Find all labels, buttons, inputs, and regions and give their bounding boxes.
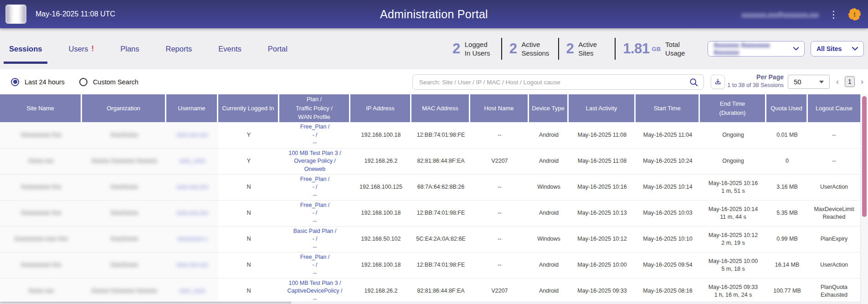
radio-last-24-hours[interactable]: Last 24 hours <box>11 78 65 86</box>
radio-custom-search[interactable]: Custom Search <box>79 78 139 86</box>
table-body: Xxxxxxxxxx XxxXxxxXxxxxxxxx.xxx.xxxYFree… <box>0 122 860 304</box>
cell-last-activity: May-16-2025 09:33 <box>569 278 636 304</box>
alert-badge-icon[interactable]: ! <box>848 8 861 21</box>
cell-last-activity: May-16-2025 10:13 <box>569 201 636 226</box>
column-header-line: Site Name <box>26 104 54 113</box>
cell-username[interactable]: xxxx_xxxx <box>166 278 218 304</box>
user-email-link[interactable]: xxxxxxxx.xxx@xxxxxxxx.xxx <box>741 11 819 18</box>
chevron-down-icon <box>793 47 799 51</box>
search-input[interactable] <box>413 79 689 86</box>
cell-currently-logged-in: N <box>218 201 279 226</box>
radio-label: Custom Search <box>93 78 139 86</box>
cell-quota-used: 0.01 MB <box>766 122 808 148</box>
tab-sessions[interactable]: Sessions <box>9 28 42 69</box>
redacted-text: Xxxxx xxx <box>28 287 54 295</box>
cell-logout-cause: UserAction <box>808 175 860 200</box>
stat-logged-in-users: 2Logged In Users <box>452 38 501 60</box>
column-header-mac: MAC Address <box>411 94 470 122</box>
search-icon[interactable] <box>689 78 698 87</box>
redacted-text: xxxx.xxx.xxx <box>176 131 208 139</box>
vertical-scrollbar[interactable] <box>860 94 868 304</box>
cell-plan-links[interactable]: Free_Plan /- /-- <box>279 252 350 278</box>
cell-start-time: May-16-2025 10:10 <box>636 227 700 252</box>
cell-mac-address: 5C:E4:2A:0A:82:6E <box>411 227 470 252</box>
site-selector-value: All Sites <box>817 45 842 52</box>
cell-line: 100 MB Test Plan 3 / <box>288 279 341 288</box>
site-selector[interactable]: All Sites <box>811 41 864 57</box>
previous-page-button[interactable]: ‹ <box>832 76 842 87</box>
cell-site-name: Xxxxxxxxxx Xxx <box>0 175 82 200</box>
download-button[interactable] <box>711 75 725 89</box>
stat-label: Total Usage <box>665 40 694 58</box>
tab-events[interactable]: Events <box>218 28 241 69</box>
cell-plan-links[interactable]: 100 MB Test Plan 3 /CaptiveDevicePolicy … <box>279 278 350 304</box>
page-title: Administration Portal <box>0 8 868 21</box>
column-header-line: Device Type <box>532 104 564 113</box>
tab-plans[interactable]: Plans <box>120 28 139 69</box>
cell-plan-links[interactable]: Basic Paid Plan /- /-- <box>279 227 350 252</box>
cell-line: Free_Plan / <box>300 201 330 210</box>
column-header-line: Start Time <box>653 104 680 113</box>
cell-line: May-16-2025 10:16 <box>709 180 758 188</box>
redacted-text: XxxxXxxxx <box>110 235 138 243</box>
column-header-quota: Quota Used <box>766 94 808 122</box>
cell-line: Ongoing <box>722 157 744 165</box>
redacted-text: Xxxxxxxxxx xxxx Xxx <box>14 235 67 243</box>
horizontal-scrollbar[interactable] <box>0 301 860 304</box>
column-header-line: Currently Logged In <box>222 104 274 113</box>
column-header-line: Organization <box>107 104 140 113</box>
cell-username[interactable]: xxxx_xxxx <box>166 149 218 174</box>
column-header-organization: Organization <box>82 94 166 122</box>
column-header-line: MAC Address <box>422 104 458 113</box>
cell-mac-address: 82:81:86:44:8F:EA <box>411 149 470 174</box>
cell-currently-logged-in: N <box>218 252 279 278</box>
cell-organization: XxxxXxxxx <box>82 252 166 278</box>
cell-plan-links[interactable]: Free_Plan /- /-- <box>279 122 350 148</box>
organization-selector[interactable]: Xxxxxxx Xxxxxxxx Xxxxxxx <box>708 41 805 57</box>
cell-mac-address: 68:7A:64:62:8B:26 <box>411 175 470 200</box>
stat-unit: GB <box>652 46 661 52</box>
cell-plan-links[interactable]: 100 MB Test Plan 3 /Overage Policy /Onew… <box>279 149 350 174</box>
cell-device-type: Android <box>529 122 569 148</box>
tab-label: Events <box>218 45 241 53</box>
cell-username[interactable]: xxxx.xxx.xxx <box>166 122 218 148</box>
column-header-line: WAN Profile <box>298 113 330 122</box>
cell-plan-links[interactable]: Free_Plan /- /-- <box>279 201 350 226</box>
per-page-select[interactable]: 50 <box>788 75 830 89</box>
cell-end-time: May-16-2025 10:122 m, 19 s <box>700 227 766 252</box>
tab-reports[interactable]: Reports <box>166 28 192 69</box>
next-page-button[interactable]: › <box>857 76 867 87</box>
cell-username[interactable]: xxxx.xxx.xxx <box>166 175 218 200</box>
kebab-menu-icon[interactable]: ⋮ <box>828 10 839 19</box>
time-filter-radios: Last 24 hours Custom Search <box>11 69 139 94</box>
cell-logout-cause: -- <box>808 122 860 148</box>
cell-site-name: Xxxxx xxx <box>0 149 82 174</box>
redacted-text: xxxxxxxxx x <box>177 235 207 243</box>
column-header-end_time: End Time(Duration) <box>700 94 766 122</box>
scrollbar-thumb[interactable] <box>862 96 867 217</box>
cell-username[interactable]: xxxx.xxx.xxx <box>166 201 218 226</box>
scrollbar-thumb[interactable] <box>0 302 292 304</box>
cell-username[interactable]: xxxxxxxxx x <box>166 227 218 252</box>
tab-users[interactable]: Users! <box>68 28 94 69</box>
tab-portal[interactable]: Portal <box>268 28 288 69</box>
filter-toolbar: Last 24 hours Custom Search Per Page 1 t… <box>0 69 868 94</box>
column-header-line: Plan / <box>307 95 322 104</box>
per-page-label: Per Page <box>725 73 784 81</box>
column-header-last_activity: Last Activity <box>569 94 636 122</box>
cell-plan-links[interactable]: Free_Plan /- /-- <box>279 175 350 200</box>
cell-end-time: Ongoing <box>700 122 766 148</box>
cell-line: May-16-2025 10:12 <box>709 232 758 240</box>
stat-value: 2 <box>509 41 517 57</box>
cell-end-time: May-16-2025 09:331 h, 16 m, 24 s <box>700 278 766 304</box>
cell-username[interactable]: xxxx.xxx.xxx <box>166 252 218 278</box>
redacted-text: Xxxxxxxxxx Xxx <box>21 209 62 217</box>
cell-end-time: May-16-2025 10:161 m, 51 s <box>700 175 766 200</box>
cell-device-type: Android <box>529 278 569 304</box>
organization-selector-value: Xxxxxxx Xxxxxxxx Xxxxxxx <box>714 41 793 56</box>
current-page-button[interactable]: 1 <box>845 76 855 87</box>
cell-organization: Xxxxxx Xxxxxxxx Xxxxxxx <box>82 278 166 304</box>
cell-currently-logged-in: N <box>218 278 279 304</box>
tab-label: Sessions <box>9 45 42 53</box>
column-header-line: End Time <box>720 99 745 108</box>
